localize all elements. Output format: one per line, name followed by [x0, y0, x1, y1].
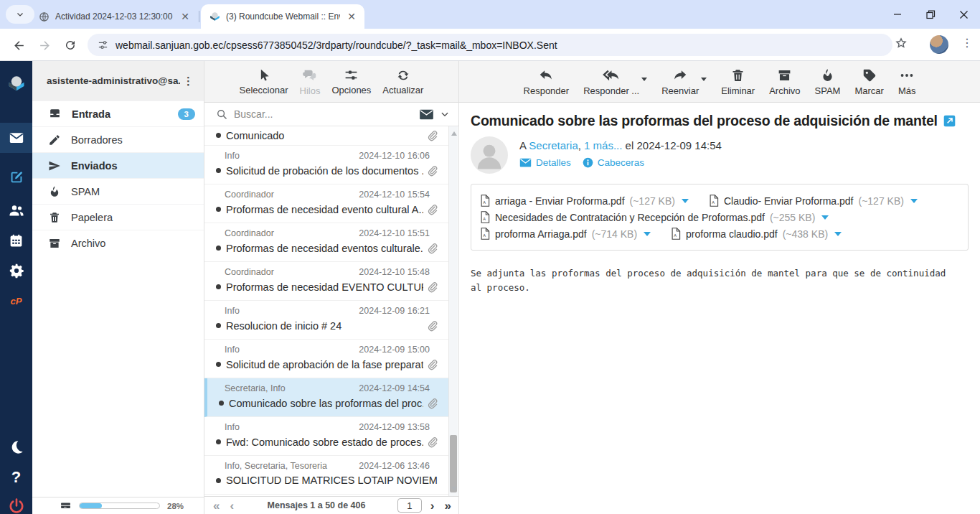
sidebar-item-inbox[interactable]: Entrada 3 — [32, 101, 204, 126]
reply-all-button[interactable]: Responder ... — [583, 67, 639, 96]
attachment-name[interactable]: Necesidades de Contratación y Recepción … — [495, 212, 765, 223]
list-item[interactable]: Coordinador2024-12-10 15:48 Proformas de… — [204, 262, 448, 301]
tab-close-icon[interactable]: ✕ — [346, 11, 357, 22]
sidebar-item-sent[interactable]: Enviados — [32, 152, 204, 178]
tab-close-icon[interactable]: ✕ — [179, 11, 191, 22]
browser-tab-activity[interactable]: Actividad 2024-12-03 12:30:00 ✕ — [30, 4, 198, 29]
attachment-menu-caret[interactable] — [834, 232, 842, 236]
bookmark-star-icon[interactable] — [894, 36, 908, 50]
first-page-button[interactable]: « — [212, 500, 221, 512]
spam-button[interactable]: SPAM — [815, 67, 841, 96]
archive-button[interactable]: Archivo — [769, 67, 800, 96]
logout-button[interactable] — [0, 492, 32, 514]
list-item-selected[interactable]: Secretaria, Info2024-12-09 14:54 Comunic… — [204, 378, 448, 417]
refresh-button[interactable]: Actualizar — [382, 68, 423, 95]
mail-nav-button[interactable] — [0, 123, 32, 153]
message-recipient: Info — [225, 151, 240, 161]
roundcube-favicon — [209, 11, 220, 22]
list-item[interactable]: Coordinador2024-12-10 15:54 Proformas de… — [204, 184, 448, 223]
contacts-nav-button[interactable] — [0, 196, 32, 225]
search-options-chevron-icon[interactable] — [440, 109, 450, 119]
message-date: 2024-12-09 13:58 — [359, 422, 430, 432]
reply-all-menu-caret[interactable] — [641, 78, 647, 81]
list-item[interactable]: Info2024-12-09 13:58 Fwd: Comunicado sob… — [204, 417, 448, 456]
window-close-button[interactable] — [947, 0, 980, 29]
list-item[interactable]: Info2024-12-10 16:06 Solicitud de probac… — [204, 146, 448, 184]
attachment-size: (~438 KB) — [783, 228, 828, 240]
browser-tab-roundcube[interactable]: (3) Roundcube Webmail :: Envia ✕ — [201, 4, 364, 29]
site-settings-icon[interactable] — [98, 39, 108, 50]
settings-nav-button[interactable] — [0, 256, 32, 285]
scroll-up-arrow[interactable] — [451, 131, 457, 136]
calendar-nav-button[interactable] — [0, 226, 32, 255]
sidebar-item-archive[interactable]: Archivo — [32, 230, 204, 256]
scroll-down-arrow[interactable] — [451, 487, 457, 491]
help-button[interactable]: ? — [0, 463, 32, 492]
reload-button[interactable] — [60, 35, 80, 55]
scrollbar-thumb[interactable] — [450, 435, 457, 492]
forward-button[interactable] — [34, 35, 55, 55]
cpanel-logo[interactable]: cP — [0, 286, 32, 315]
attachment-menu-caret[interactable] — [682, 199, 689, 203]
page-number-input[interactable] — [397, 498, 422, 513]
window-minimize-button[interactable] — [881, 0, 914, 29]
options-button[interactable]: Opciones — [331, 67, 371, 95]
dark-mode-button[interactable] — [0, 433, 32, 462]
sidebar-item-trash[interactable]: Papelera — [32, 204, 204, 230]
search-input[interactable] — [234, 108, 413, 120]
sidebar-item-spam[interactable]: SPAM — [32, 178, 204, 204]
more-button[interactable]: Más — [898, 67, 916, 96]
browser-menu-icon[interactable]: ⋮ — [961, 36, 973, 50]
prev-page-button[interactable]: ‹ — [228, 500, 235, 512]
list-item[interactable]: Info2024-12-09 15:00 Solicitud de aproba… — [204, 340, 448, 378]
browser-profile-avatar[interactable] — [930, 35, 948, 54]
threads-button[interactable]: Hilos — [300, 67, 321, 96]
attachment-name[interactable]: Claudio- Enviar Proforma.pdf — [724, 195, 854, 207]
mark-button[interactable]: Marcar — [854, 67, 883, 96]
forward-button[interactable]: Reenviar — [661, 67, 699, 96]
back-button[interactable] — [9, 35, 29, 55]
paper-plane-icon — [48, 159, 61, 172]
list-scrollbar[interactable] — [448, 126, 458, 496]
tag-icon — [862, 67, 877, 83]
attachment-name[interactable]: proforma Arriaga.pdf — [495, 228, 587, 240]
headers-link[interactable]: Cabeceras — [583, 157, 644, 168]
attachment-menu-caret[interactable] — [821, 215, 829, 220]
ellipsis-icon — [899, 67, 915, 83]
last-page-button[interactable]: » — [443, 500, 453, 512]
message-subject: SOLICITUD DE MATRICES LOTAIP NOVIEM... — [226, 475, 438, 486]
delete-button[interactable]: Eliminar — [721, 67, 755, 96]
url-text[interactable]: webmail.sanjuan.gob.ec/cpsess6773850452/… — [116, 39, 557, 51]
attachment-menu-caret[interactable] — [910, 199, 918, 203]
account-menu-icon[interactable]: ⋮ — [180, 75, 197, 88]
window-restore-button[interactable] — [914, 0, 947, 29]
recipient-link[interactable]: Secretaria — [529, 139, 578, 151]
list-item[interactable]: Coordinador2024-12-10 15:51 Proformas de… — [204, 223, 448, 262]
attachment-item[interactable]: A arriaga - Enviar Proforma.pdf (~127 KB… — [480, 195, 689, 207]
more-recipients-link[interactable]: 1 más... — [584, 139, 622, 151]
attachment-item[interactable]: A Necesidades de Contratación y Recepció… — [480, 211, 829, 223]
details-link[interactable]: Detalles — [519, 157, 571, 168]
gear-icon — [9, 263, 24, 279]
forward-icon — [672, 67, 689, 83]
open-in-new-window-icon[interactable] — [943, 115, 956, 127]
attachment-menu-caret[interactable] — [644, 232, 651, 236]
list-item[interactable]: Comunicado — [204, 126, 448, 146]
url-bar[interactable]: webmail.sanjuan.gob.ec/cpsess6773850452/… — [88, 34, 892, 56]
roundcube-logo — [0, 70, 32, 98]
search-scope-mail-icon[interactable] — [419, 108, 434, 121]
attachment-item[interactable]: A Claudio- Enviar Proforma.pdf (~127 KB) — [709, 195, 918, 207]
attachment-item[interactable]: A proforma claudio.pdf (~438 KB) — [671, 228, 842, 240]
attachment-item[interactable]: A proforma Arriaga.pdf (~714 KB) — [480, 228, 651, 240]
list-item[interactable]: Info2024-12-09 16:21 Resolucion de inici… — [204, 301, 448, 340]
sidebar-item-drafts[interactable]: Borradores — [32, 126, 204, 152]
reply-button[interactable]: Responder — [524, 67, 570, 96]
next-page-button[interactable]: › — [429, 500, 436, 512]
list-item[interactable]: Info, Secretaria, Tesoreria2024-12-06 13… — [204, 456, 448, 495]
attachment-name[interactable]: arriaga - Enviar Proforma.pdf — [495, 195, 625, 207]
attachment-name[interactable]: proforma claudio.pdf — [686, 228, 778, 240]
trash-icon — [48, 211, 61, 224]
forward-menu-caret[interactable] — [701, 78, 707, 81]
select-button[interactable]: Seleccionar — [240, 68, 288, 95]
compose-button[interactable] — [0, 163, 32, 192]
